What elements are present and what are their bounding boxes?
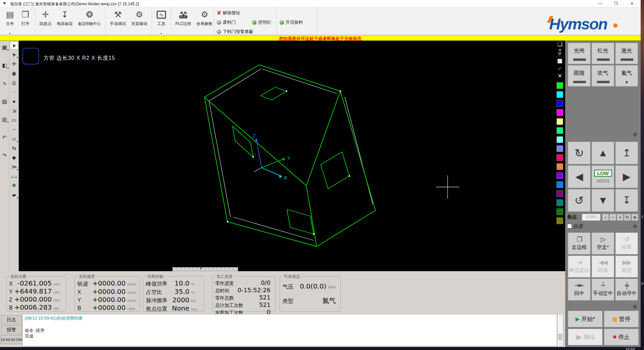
manual-centering-button[interactable]: ┴手动定中 — [592, 279, 614, 301]
dismiss-alarm-button[interactable]: ✘解除警铃 — [217, 10, 240, 16]
pickup-toggle[interactable]: 开启捡料 — [280, 19, 303, 25]
gear-icon[interactable]: ⚙ — [633, 132, 637, 137]
start-button[interactable]: ▶开始* — [568, 311, 603, 327]
confirm-icon[interactable]: ✓ — [554, 65, 565, 72]
pick-tool[interactable]: ➤▸ — [10, 51, 18, 59]
log-scrollbar[interactable]: ⌃ ⌄ — [557, 314, 563, 346]
return-center-button[interactable]: ⇥⇤回中 — [568, 279, 591, 301]
scroll-thumb[interactable] — [558, 334, 562, 340]
motion-settings-gear[interactable]: ⚙ — [633, 304, 637, 310]
fast-move-tool[interactable]: ≫▸ — [10, 163, 18, 171]
undo-tool[interactable]: ↶ — [1, 134, 9, 142]
global-params-button[interactable]: ⚙全局参数 — [194, 7, 215, 35]
tools-button[interactable]: ∿工具▾ — [154, 7, 169, 35]
nitrogen-button[interactable]: 氮气▼ — [615, 65, 638, 86]
file-button[interactable]: ▤文件▾ — [2, 7, 18, 35]
b-axis-center-button[interactable]: ❂标定B轴中心 — [75, 7, 104, 35]
view-grid-tool[interactable]: ▦▸ — [1, 43, 9, 51]
fit-view-tool[interactable]: ⇲ — [10, 107, 18, 115]
zoom-tool[interactable]: ◎ — [10, 79, 18, 87]
gear-icon[interactable]: ⚙ — [633, 304, 637, 310]
speed-low-high-toggle[interactable]: LOWHIGH — [592, 165, 614, 188]
bracket-follow-button[interactable]: ⚙支架随动 — [129, 7, 150, 35]
focus-reset-button[interactable]: ↻ — [624, 214, 631, 221]
gear-icon[interactable]: ⚙ — [633, 223, 637, 229]
pause-button[interactable]: ▮▮暂停 — [604, 311, 639, 327]
rotate-b-minus-button[interactable]: ↺− — [568, 189, 591, 212]
waste-door-toggle[interactable]: 废料门 — [217, 19, 236, 25]
layer-color-swatch[interactable] — [556, 181, 563, 188]
layer-color-swatch[interactable] — [556, 172, 563, 179]
dry-run-button[interactable]: ▷空走* — [592, 232, 614, 254]
log-content[interactable]: (08/12 15:59:41)自动润滑结束命令: 排序完成 — [22, 314, 557, 346]
drop-tool[interactable]: ◆ — [10, 154, 18, 162]
red-light-button[interactable]: 红光 — [592, 43, 614, 64]
light-toggle[interactable]: 照明灯 — [252, 19, 271, 25]
layer-color-swatch[interactable] — [556, 154, 563, 161]
jog-up-button[interactable]: ▲ — [592, 142, 614, 164]
focus-minus-button[interactable]: − — [609, 214, 616, 221]
canvas-mini-scrollbar[interactable]: ▼ — [172, 267, 238, 271]
layer-color-swatch[interactable] — [556, 145, 563, 152]
redo-tool[interactable]: ↷ — [1, 152, 9, 160]
pan-tool[interactable]: ✛ — [10, 60, 18, 68]
layer-color-swatch[interactable] — [556, 82, 563, 89]
curve-tool[interactable]: ∿ — [1, 79, 9, 88]
frame-tool[interactable]: ▭ — [10, 116, 18, 124]
minimize-button[interactable]: — — [593, 0, 607, 7]
capacitance-calibration-button[interactable]: ↧电容标定 — [54, 7, 75, 35]
layer-color-swatch[interactable] — [556, 208, 563, 215]
jog-down-button[interactable]: ▼ — [592, 189, 614, 212]
focus-plus-button[interactable]: + — [617, 214, 624, 221]
focus-value-dropdown[interactable]: 0.000 ∨ — [582, 214, 601, 221]
open-button[interactable]: ❒打开 — [18, 7, 33, 35]
stop-button[interactable]: ■停止 — [604, 329, 639, 345]
layer-color-swatch[interactable] — [556, 91, 563, 98]
eraser-tool[interactable]: ▰▸ — [10, 191, 18, 199]
drawing-canvas[interactable]: Z Y X 方管 边长30 X R2 X 长度15 ▼ — [19, 41, 554, 271]
layer-color-swatch[interactable] — [556, 136, 563, 143]
unload-door-alarm-mask-toggle[interactable]: 下料门报警屏蔽 — [217, 29, 253, 35]
manual-debug-button[interactable]: ⚒手动调试 — [107, 7, 129, 35]
layer-color-swatch[interactable] — [556, 199, 563, 206]
layer-color-swatch[interactable] — [556, 109, 563, 116]
laser-button[interactable]: 激光 — [615, 43, 638, 64]
view-eye-tool[interactable]: ◉ — [10, 69, 18, 77]
bevel-tool[interactable]: ▨ — [1, 98, 9, 106]
blow-air-button[interactable]: 吹气 — [592, 65, 614, 86]
center-point-tool[interactable]: ❖ — [10, 182, 18, 190]
layer-color-swatch[interactable] — [556, 118, 563, 125]
z-up-button[interactable]: ↥ — [615, 142, 638, 164]
dash-tool[interactable]: ┄ — [10, 126, 18, 134]
tab-alarm[interactable]: 报警 — [1, 325, 22, 334]
layer-color-swatch[interactable] — [556, 190, 563, 197]
focus-go-button[interactable]: › — [602, 214, 609, 221]
measure-tool[interactable]: ▥▸ — [1, 116, 9, 124]
layer-color-swatch[interactable] — [556, 100, 563, 107]
select-all-checkbox[interactable]: ✓ — [557, 58, 562, 64]
focus-stop-button[interactable]: ⊗ — [631, 214, 638, 221]
scroll-up-icon[interactable]: ⌃ — [557, 315, 563, 319]
circle-select-tool[interactable]: ◌ — [10, 88, 18, 96]
align-center-tool[interactable]: ▸┆◂ — [10, 172, 18, 180]
rotate-b-plus-button[interactable]: ↻+ — [568, 142, 591, 164]
auto-centering-button[interactable]: ╪自动寻中 — [615, 279, 638, 301]
close-button[interactable]: ✕ — [625, 0, 639, 7]
layer-color-swatch[interactable] — [556, 127, 563, 134]
taskbar[interactable]: 15:59 — [0, 347, 644, 350]
plc-process-button[interactable]: ⚒PLCPLC过程 — [173, 7, 194, 35]
layer-color-swatch[interactable] — [556, 163, 563, 170]
step-checkbox[interactable] — [567, 224, 572, 228]
sphere-view-tool[interactable]: ● — [10, 98, 18, 106]
home-origin-button[interactable]: ✛回原点 — [37, 7, 54, 35]
tab-log[interactable]: 日志 — [1, 315, 22, 324]
view-3d-tool[interactable]: ◧▸ — [1, 61, 9, 69]
swap-direction-tool[interactable]: ⇆ — [10, 144, 18, 152]
jog-right-button[interactable]: ▶ — [615, 165, 638, 188]
cancel-icon[interactable]: ✕ — [554, 72, 565, 80]
follow-button[interactable]: 跟随 — [568, 65, 591, 86]
io-settings-gear[interactable]: ⚙ — [633, 132, 637, 138]
layers-icon[interactable]: ❏ — [554, 41, 565, 48]
select-tool[interactable]: ➤ — [10, 41, 18, 49]
shutter-button[interactable]: 光闸 — [568, 43, 591, 64]
